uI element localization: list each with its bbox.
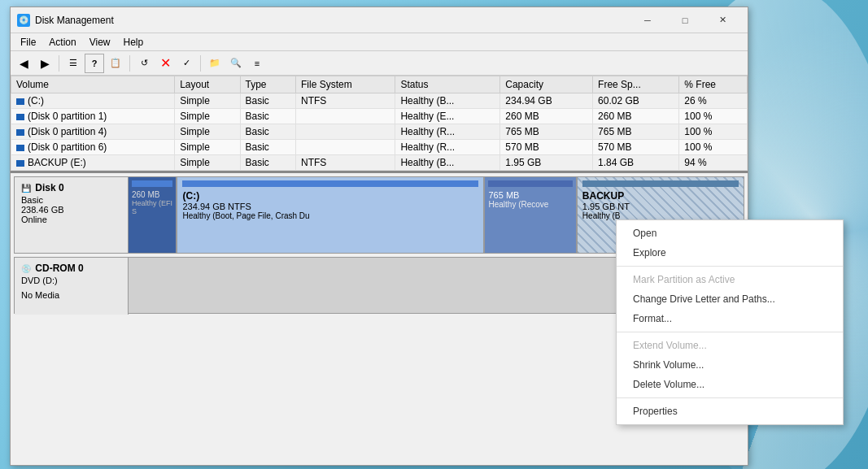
col-status[interactable]: Status <box>395 76 500 93</box>
check-button[interactable]: ✓ <box>177 54 196 73</box>
menu-action[interactable]: Action <box>42 35 82 50</box>
menu-bar: File Action View Help <box>11 33 748 51</box>
table-row[interactable]: (Disk 0 partition 4) Simple Basic Health… <box>11 124 748 140</box>
ctx-change-drive-letter[interactable]: Change Drive Letter and Paths... <box>617 289 843 309</box>
ctx-delete-volume[interactable]: Delete Volume... <box>617 375 843 394</box>
partition-status: Healthy (Boot, Page File, Crash Du <box>182 211 478 220</box>
volume-icon <box>16 98 24 105</box>
partition-bar <box>488 180 572 187</box>
ctx-properties[interactable]: Properties <box>617 402 843 421</box>
cell-type: Basic <box>240 155 295 171</box>
menu-file[interactable]: File <box>14 35 42 50</box>
ctx-explore[interactable]: Explore <box>617 243 843 263</box>
cell-status: Healthy (E... <box>395 109 500 124</box>
volume-icon <box>16 145 24 151</box>
cell-status: Healthy (B... <box>395 155 500 171</box>
col-free[interactable]: Free Sp... <box>593 76 679 93</box>
disk0-name: 💾 Disk 0 <box>21 182 121 193</box>
menu-help[interactable]: Help <box>117 35 150 50</box>
help-button[interactable]: ? <box>85 54 104 73</box>
partition-bar <box>582 180 739 187</box>
minimize-button[interactable]: ─ <box>629 7 666 33</box>
col-pctfree[interactable]: % Free <box>679 76 748 93</box>
ctx-format[interactable]: Format... <box>617 309 843 328</box>
volume-list-button[interactable]: ☰ <box>63 54 83 73</box>
cell-volume: (Disk 0 partition 1) <box>11 109 175 124</box>
cell-free: 570 MB <box>593 140 679 155</box>
cell-status: Healthy (R... <box>395 124 500 140</box>
disk-icon: 💾 <box>21 184 31 193</box>
cell-volume: BACKUP (E:) <box>11 155 175 171</box>
col-layout[interactable]: Layout <box>175 76 240 93</box>
title-bar: 💿 Disk Management ─ □ ✕ <box>11 7 748 33</box>
disk0-label: 💾 Disk 0 Basic 238.46 GB Online <box>15 177 129 253</box>
cell-volume: (Disk 0 partition 6) <box>11 140 175 155</box>
cell-pct: 100 % <box>679 140 748 155</box>
window-controls: ─ □ ✕ <box>629 7 741 33</box>
partition-name: BACKUP <box>582 190 739 202</box>
ctx-mark-active: Mark Partition as Active <box>617 270 843 289</box>
volume-icon <box>16 129 24 136</box>
app-icon: 💿 <box>17 14 30 27</box>
back-button[interactable]: ◀ <box>14 54 33 73</box>
cdrom0-name: 💿 CD-ROM 0 <box>21 263 121 274</box>
cdrom0-label: 💿 CD-ROM 0 DVD (D:) No Media <box>15 258 129 315</box>
ctx-separator-1 <box>617 266 843 267</box>
rescan-button[interactable]: ↺ <box>134 54 154 73</box>
cell-pct: 100 % <box>679 109 748 124</box>
col-capacity[interactable]: Capacity <box>500 76 593 93</box>
partition-recovery[interactable]: 765 MB Healthy (Recove <box>485 177 577 253</box>
cell-volume: (C:) <box>11 93 175 109</box>
table-row[interactable]: (Disk 0 partition 1) Simple Basic Health… <box>11 109 748 124</box>
properties-button[interactable]: 📋 <box>106 54 125 73</box>
close-button[interactable]: ✕ <box>704 7 741 33</box>
window-title: Disk Management <box>35 15 629 26</box>
maximize-button[interactable]: □ <box>666 7 704 33</box>
partition-size: 260 MB <box>132 190 172 199</box>
volume-icon <box>16 114 24 120</box>
cell-layout: Simple <box>175 109 240 124</box>
cell-layout: Simple <box>175 155 240 171</box>
partition-fsinfo: 1.95 GB NT <box>582 202 739 211</box>
volume-table: Volume Layout Type File System Status Ca… <box>11 76 748 171</box>
ctx-separator-2 <box>617 332 843 332</box>
options-button[interactable]: ≡ <box>247 54 267 73</box>
partition-bar <box>182 180 478 187</box>
col-volume[interactable]: Volume <box>11 76 175 93</box>
table-row[interactable]: (Disk 0 partition 6) Simple Basic Health… <box>11 140 748 155</box>
forward-button[interactable]: ▶ <box>35 54 55 73</box>
cell-type: Basic <box>240 140 295 155</box>
toolbar-separator-1 <box>59 55 59 72</box>
table-row[interactable]: BACKUP (E:) Simple Basic NTFS Healthy (B… <box>11 155 748 171</box>
menu-view[interactable]: View <box>83 35 117 50</box>
cell-layout: Simple <box>175 124 240 140</box>
cell-fs: NTFS <box>296 155 395 171</box>
partition-fsinfo: 234.94 GB NTFS <box>182 202 478 211</box>
new-disk-button[interactable]: 📁 <box>205 54 225 73</box>
cell-status: Healthy (R... <box>395 140 500 155</box>
partition-status: Healthy (EFI S <box>132 199 172 215</box>
partition-c[interactable]: (C:) 234.94 GB NTFS Healthy (Boot, Page … <box>177 177 485 253</box>
cell-type: Basic <box>240 109 295 124</box>
partition-status: Healthy (Recove <box>488 200 572 209</box>
cell-capacity: 234.94 GB <box>500 93 593 109</box>
cell-pct: 100 % <box>679 124 748 140</box>
search-button[interactable]: 🔍 <box>226 54 246 73</box>
col-type[interactable]: Type <box>240 76 295 93</box>
ctx-shrink-volume[interactable]: Shrink Volume... <box>617 355 843 375</box>
cell-fs <box>296 109 395 124</box>
ctx-open[interactable]: Open <box>617 224 843 243</box>
col-filesystem[interactable]: File System <box>296 76 395 93</box>
cell-fs <box>296 124 395 140</box>
cell-free: 765 MB <box>593 124 679 140</box>
table-scroll[interactable]: Volume Layout Type File System Status Ca… <box>11 76 748 171</box>
table-header-row: Volume Layout Type File System Status Ca… <box>11 76 748 93</box>
disk0-type: Basic <box>21 195 121 205</box>
cell-volume: (Disk 0 partition 4) <box>11 124 175 140</box>
table-row[interactable]: (C:) Simple Basic NTFS Healthy (B... 234… <box>11 93 748 109</box>
cell-fs <box>296 140 395 155</box>
partition-efi[interactable]: 260 MB Healthy (EFI S <box>129 177 177 253</box>
cell-free: 1.84 GB <box>593 155 679 171</box>
delete-button[interactable]: ✕ <box>155 54 175 73</box>
cell-capacity: 260 MB <box>500 109 593 124</box>
